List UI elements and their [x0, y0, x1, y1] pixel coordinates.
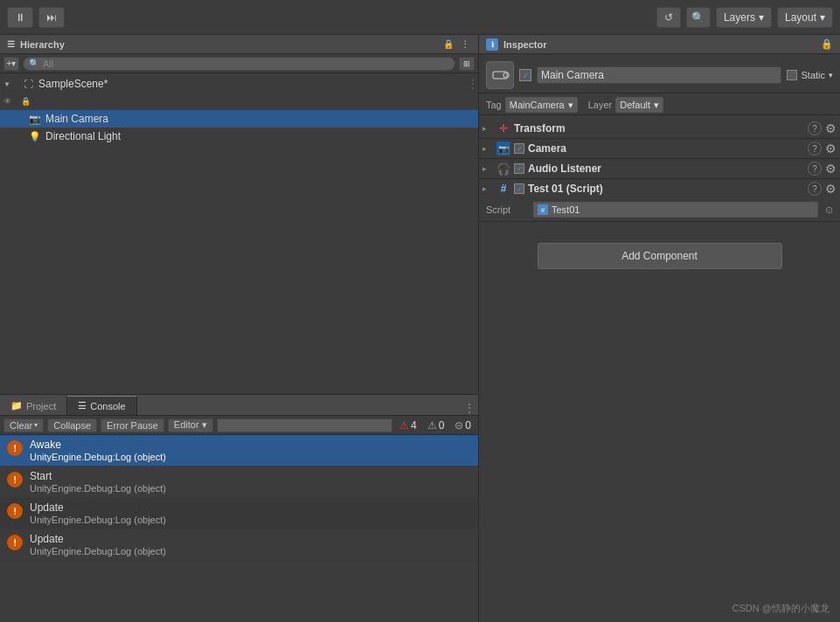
log-item[interactable]: ! Update UnityEngine.Debug:Log (object) — [0, 498, 478, 529]
add-component-area: Add Component — [479, 222, 840, 290]
camera-settings-icon[interactable]: ⚙ — [825, 142, 837, 156]
transform-help-icon[interactable]: ? — [808, 121, 822, 135]
log-title: Start — [30, 470, 166, 482]
object-active-checkbox[interactable] — [519, 69, 531, 81]
editor-dropdown[interactable]: Editor ▾ — [168, 418, 213, 432]
camera-hierarchy-icon: 📷 — [28, 114, 42, 125]
layer-value: Default — [620, 100, 650, 110]
static-checkbox-group: Static ▾ — [787, 70, 833, 80]
static-check-input[interactable] — [787, 70, 797, 80]
inspector-lock-icon[interactable]: 🔒 — [821, 38, 833, 50]
search-icon: 🔍 — [691, 11, 705, 24]
transform-name: Transform — [514, 122, 804, 135]
left-panel: ☰ Hierarchy 🔒 ⋮ +▾ 🔍 All ⊞ — [0, 35, 479, 622]
step-button[interactable]: ⏭ — [38, 7, 65, 28]
audio-settings-icon[interactable]: ⚙ — [825, 162, 837, 176]
object-header: Static ▾ — [479, 58, 840, 93]
scene-root-item[interactable]: ▼ ⛶ SampleScene* ⋮ — [0, 75, 478, 93]
scene-icon: ⛶ — [21, 79, 35, 89]
tab-console[interactable]: ☰ Console — [67, 396, 136, 415]
add-component-button[interactable]: Add Component — [538, 243, 782, 269]
directional-light-label: Directional Light — [45, 130, 121, 142]
script-comp-icon: # — [496, 182, 510, 196]
log-error-icon: ! — [7, 503, 23, 519]
scene-more-icon[interactable]: ⋮ — [468, 78, 478, 90]
hierarchy-item-main-camera[interactable]: 📷 Main Camera — [0, 110, 478, 128]
bottom-panel: 📁 Project ☰ Console ⋮ Clear ▾ Collapse — [0, 395, 478, 622]
log-error-icon: ! — [7, 535, 23, 550]
error-count: 4 — [411, 419, 417, 432]
hierarchy-title: Hierarchy — [20, 39, 441, 50]
collapse-button[interactable]: Collapse — [47, 418, 97, 432]
hierarchy-item-directional-light[interactable]: 💡 Directional Light — [0, 128, 478, 145]
log-title: Update — [30, 501, 166, 514]
console-tab-icon: ☰ — [78, 400, 87, 411]
console-tab-label: Console — [90, 401, 125, 411]
hierarchy-search-placeholder: All — [43, 59, 53, 69]
scene-expand-arrow-icon: ▼ — [3, 80, 10, 88]
component-audio-header[interactable]: 🎧 Audio Listener ? ⚙ — [479, 159, 840, 178]
hierarchy-lock-icon[interactable]: 🔒 — [441, 39, 455, 49]
log-item[interactable]: ! Update UnityEngine.Debug:Log (object) — [0, 529, 478, 561]
tab-menu-button[interactable]: ⋮ — [461, 401, 478, 415]
tab-project[interactable]: 📁 Project — [0, 396, 67, 415]
component-transform-header[interactable]: ✛ Transform ? ⚙ — [479, 119, 840, 138]
add-component-label: Add Component — [621, 250, 698, 262]
log-badge-icon: ⊝ — [455, 419, 463, 432]
log-item[interactable]: ! Start UnityEngine.Debug:Log (object) — [0, 466, 478, 498]
history-button[interactable]: ↺ — [656, 7, 681, 28]
collapse-label: Collapse — [53, 420, 91, 431]
error-pause-button[interactable]: Error Pause — [101, 418, 164, 432]
layout-dropdown[interactable]: Layout — [777, 7, 833, 28]
inspector-info-icon: ℹ — [486, 38, 498, 51]
layer-dropdown[interactable]: Default — [615, 97, 663, 113]
static-dropdown-icon[interactable]: ▾ — [829, 71, 833, 79]
hierarchy-search-box: 🔍 All — [23, 57, 455, 71]
console-search-input[interactable] — [217, 418, 392, 432]
tag-chevron-down-icon — [568, 100, 573, 111]
script-settings-icon[interactable]: ⚙ — [825, 182, 837, 196]
transform-settings-icon[interactable]: ⚙ — [825, 121, 837, 135]
script-name: Test 01 (Script) — [528, 183, 804, 195]
hierarchy-header: ☰ Hierarchy 🔒 ⋮ — [0, 35, 478, 54]
tag-dropdown[interactable]: MainCamera — [505, 97, 578, 113]
watermark: CSDN @恬静的小魔龙 — [732, 602, 830, 615]
script-enabled-checkbox[interactable] — [514, 183, 524, 194]
hierarchy-more-icon[interactable]: ⋮ — [459, 39, 471, 49]
log-count-badge: ⊝ 0 — [451, 419, 475, 432]
camera-enabled-checkbox[interactable] — [514, 143, 524, 154]
audio-help-icon[interactable]: ? — [808, 162, 822, 176]
history-icon: ↺ — [664, 11, 673, 24]
camera-help-icon[interactable]: ? — [808, 142, 822, 156]
log-sub: UnityEngine.Debug:Log (object) — [30, 483, 166, 494]
layers-dropdown[interactable]: Layers — [716, 7, 772, 28]
object-name-input[interactable] — [537, 66, 781, 84]
console-toolbar: Clear ▾ Collapse Error Pause Editor ▾ ⚠ … — [0, 416, 478, 435]
pause-button[interactable]: ⏸ — [7, 7, 33, 28]
inspector-header: ℹ Inspector 🔒 — [479, 35, 840, 54]
audio-comp-icon: 🎧 — [496, 162, 510, 176]
log-item[interactable]: ! Awake UnityEngine.Debug:Log (object) — [0, 435, 478, 466]
warn-count-badge: ⚠ 0 — [424, 419, 448, 432]
layout-label: Layout — [785, 11, 816, 24]
static-label: Static — [801, 70, 825, 80]
tag-label: Tag — [486, 100, 502, 110]
script-select-icon[interactable]: ⊙ — [822, 204, 833, 216]
component-camera-header[interactable]: 📷 Camera ? ⚙ — [479, 139, 840, 158]
log-sub: UnityEngine.Debug:Log (object) — [30, 546, 166, 556]
search-button[interactable]: 🔍 — [686, 7, 711, 28]
hierarchy-header-actions: 🔒 ⋮ — [441, 39, 471, 49]
audio-enabled-checkbox[interactable] — [514, 163, 524, 174]
log-text: Update UnityEngine.Debug:Log (object) — [30, 533, 166, 556]
log-text: Update UnityEngine.Debug:Log (object) — [30, 501, 166, 525]
script-expand-icon — [482, 184, 493, 193]
transform-icon: ✛ — [496, 121, 510, 135]
script-field-value: # Test01 — [533, 202, 818, 218]
hierarchy-add-button[interactable]: +▾ — [3, 57, 19, 71]
script-help-icon[interactable]: ? — [808, 182, 822, 196]
script-value-text: Test01 — [552, 204, 580, 215]
hierarchy-view-button[interactable]: ⊞ — [459, 57, 475, 71]
clear-button[interactable]: Clear ▾ — [3, 418, 44, 432]
component-script-header[interactable]: # Test 01 (Script) ? ⚙ — [479, 179, 840, 198]
script-field-label: Script — [486, 204, 530, 215]
